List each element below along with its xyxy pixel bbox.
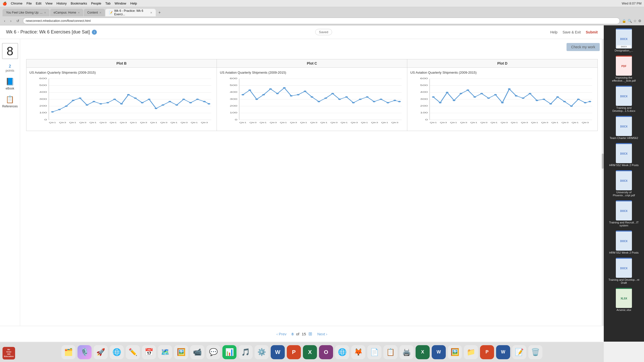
ebook-tool[interactable]: 📘 eBook [6,77,14,90]
tab-close-4[interactable]: ✕ [150,11,152,14]
svg-point-85 [345,96,348,98]
dock-acrobat2[interactable]: 📋 [383,345,397,359]
dock-itunes[interactable]: 🎵 [238,345,253,359]
desktop-icon-designation[interactable]: DOCX DOCX Designation_... [606,27,641,53]
dock-sysprefs[interactable]: ⚙️ [255,345,269,359]
menu-window[interactable]: Window [115,2,126,5]
menu-help[interactable]: Help [130,2,137,5]
dock-word-w[interactable]: W [271,345,285,359]
dock-swift[interactable]: ✏️ [126,345,140,359]
svg-point-17 [65,105,68,107]
grid-view-icon[interactable]: ⊞ [308,331,312,337]
menu-edit[interactable]: Edit [36,2,41,5]
svg-point-146 [577,99,580,100]
svg-point-143 [556,96,559,98]
dock-siri[interactable]: 🎙️ [77,345,92,359]
info-icon[interactable]: i [92,30,97,35]
help-button[interactable]: Help [550,30,557,34]
desktop-icon-training1[interactable]: DOCX Training and Develop...1.5.docx [606,85,641,113]
dock-onenote-o[interactable]: O [319,345,333,359]
dock-excel2[interactable]: X [416,345,430,359]
dock-facetime[interactable]: 📹 [190,345,204,359]
tab-close-1[interactable]: ✕ [44,11,46,14]
menu-people[interactable]: People [91,2,101,5]
desktop-icon-hrm552a[interactable]: DOCX HRM 552 Week 2 Posts [606,142,641,168]
desktop-icon-pdf1[interactable]: PDF Improving the effective..._ticle.pdf [606,55,641,83]
dock-launchpad[interactable]: 🚀 [94,345,108,359]
dock-excel-x[interactable]: X [303,345,317,359]
svg-text:200: 200 [420,105,428,107]
address-bar[interactable]: newconnect.mheducation.com/flow/connect.… [23,18,620,24]
menu-file[interactable]: File [26,2,32,5]
tab-close-3[interactable]: ✕ [99,11,101,14]
svg-text:Qtr3: Qtr3 [250,122,257,124]
tab-wk6-active[interactable]: 📝 Wk 6 - Practice: Wk 6 Exerci... ✕ [105,9,156,16]
desktop-icon-hrm552b[interactable]: DOCX HRM 552 Week 2 Posts [606,230,641,255]
scrollbar-track[interactable] [602,39,604,326]
desktop-icon-teamcharter[interactable]: DOCX Team Charter HRM562 [606,115,641,141]
tab-you-feel[interactable]: You Feel Like Giving Up: ... ✕ [3,9,50,16]
dock-word3[interactable]: W [496,345,510,359]
dock-firefox[interactable]: 🦊 [351,345,365,359]
dock-chrome[interactable]: 🌐 [335,345,349,359]
dock-finder2[interactable]: 📁 [464,345,478,359]
apple-menu[interactable]: 🍎 [3,2,7,6]
next-button[interactable]: Next › [317,332,327,336]
desktop-icon-training3[interactable]: DOCX Training and Develop...nt Draft [606,257,641,285]
menubar: 🍎 Chrome File Edit View History Bookmark… [0,0,644,7]
tab-content[interactable]: Content ✕ [84,9,105,16]
svg-point-78 [297,94,300,95]
menu-history[interactable]: History [57,2,67,5]
points-value: 2 [9,64,11,69]
save-exit-button[interactable]: Save & Exit [562,30,581,34]
back-button[interactable]: ‹ [3,18,7,23]
svg-point-77 [290,95,293,97]
dock-printer[interactable]: 🖨️ [399,345,414,359]
svg-text:300: 300 [420,98,428,100]
desktop-icon-uniphoenix[interactable]: DOCX University of Phoenix...cript.pdf [606,169,641,198]
dock-calendar[interactable]: 📅 [142,345,156,359]
svg-text:600: 600 [230,77,237,80]
dock-powerpoint2[interactable]: P [480,345,494,359]
dock-finder[interactable]: 🗂️ [61,345,75,359]
dock-trash[interactable]: 🗑️ [528,345,542,359]
settings-icon[interactable]: ⚙ [638,19,641,23]
mcgraw-logo-text: McGrawHillEducation [4,349,14,357]
references-tool[interactable]: 📋 References [2,95,18,108]
submit-button[interactable]: Submit [586,30,598,34]
dock-messages[interactable]: 💬 [206,345,220,359]
tab-close-2[interactable]: ✕ [78,11,80,14]
svg-point-82 [324,98,327,99]
menu-chrome[interactable]: Chrome [11,2,22,5]
star-icon[interactable]: ☆ [633,19,637,23]
forward-button[interactable]: › [9,18,13,23]
dock-numbers[interactable]: 📊 [222,345,236,359]
dock-acrobat[interactable]: 📄 [367,345,381,359]
svg-text:Qtr1: Qtr1 [572,122,579,124]
svg-text:300: 300 [230,98,237,100]
tab-ecampus[interactable]: eCampus: Home ✕ [50,9,83,16]
question-area: Check my work Plot B US Aviation Quarter… [20,39,604,326]
desktop-icon-arsenic[interactable]: XLSX Arsenic.xlsx [606,287,641,312]
dock-powerpoint-p[interactable]: P [287,345,301,359]
desktop-icon-training2[interactable]: DOCX Training and Recruit...IT system [606,199,641,228]
menu-tab[interactable]: Tab [105,2,111,5]
dock-safari[interactable]: 🌐 [110,345,124,359]
nav-footer: ‹ Prev 8 of 15 ⊞ Next › [0,326,604,342]
dock-maps[interactable]: 🗺️ [158,345,172,359]
dock-word2[interactable]: W [432,345,446,359]
zoom-icon[interactable]: 🔍 [628,19,632,23]
svg-point-147 [584,102,587,103]
svg-text:600: 600 [39,77,47,80]
prev-button[interactable]: ‹ Prev [276,332,287,336]
check-work-button[interactable]: Check my work [567,43,600,51]
dock-preview[interactable]: 🖼️ [448,345,462,359]
scrollbar-thumb[interactable] [602,154,604,169]
dock-reminders[interactable]: 📝 [512,345,526,359]
svg-point-88 [366,96,369,98]
dock-photos[interactable]: 🖼️ [174,345,188,359]
refresh-button[interactable]: ↺ [15,18,21,23]
menu-bookmarks[interactable]: Bookmarks [71,2,87,5]
new-tab-button[interactable]: + [156,9,163,16]
menu-view[interactable]: View [46,2,53,5]
